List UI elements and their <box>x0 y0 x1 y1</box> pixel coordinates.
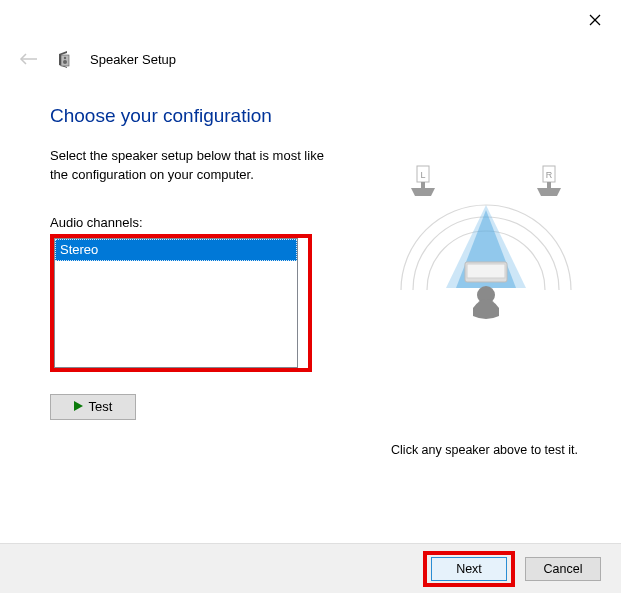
highlight-next-button: Next <box>423 551 515 587</box>
svg-rect-15 <box>547 182 551 188</box>
next-button[interactable]: Next <box>431 557 507 581</box>
svg-marker-7 <box>74 401 83 411</box>
right-speaker-icon: R <box>537 166 561 196</box>
left-speaker-icon: L <box>411 166 435 196</box>
highlight-audio-channels: Stereo <box>50 234 312 372</box>
test-hint-text: Click any speaker above to test it. <box>370 443 599 457</box>
test-button-label: Test <box>89 399 113 414</box>
cancel-button[interactable]: Cancel <box>525 557 601 581</box>
footer: Next Cancel <box>0 543 621 593</box>
play-icon <box>74 399 83 414</box>
back-button <box>18 48 40 70</box>
svg-marker-14 <box>537 188 561 196</box>
audio-channel-option-stereo[interactable]: Stereo <box>55 239 297 261</box>
close-icon <box>589 14 601 26</box>
back-arrow-icon <box>19 52 39 66</box>
page-heading: Choose your configuration <box>50 105 601 127</box>
close-button[interactable] <box>585 10 605 30</box>
svg-point-6 <box>63 60 67 64</box>
test-button[interactable]: Test <box>50 394 136 420</box>
speaker-diagram: L R <box>381 160 591 370</box>
svg-point-5 <box>64 57 66 59</box>
svg-text:R: R <box>546 170 553 180</box>
svg-rect-17 <box>467 264 505 278</box>
svg-text:L: L <box>420 170 425 180</box>
window-title: Speaker Setup <box>90 52 176 67</box>
header: Speaker Setup <box>18 48 621 70</box>
svg-rect-11 <box>421 182 425 188</box>
speaker-icon <box>56 50 74 68</box>
audio-channels-listbox[interactable]: Stereo <box>54 238 298 368</box>
description-text: Select the speaker setup below that is m… <box>50 147 340 185</box>
svg-marker-10 <box>411 188 435 196</box>
